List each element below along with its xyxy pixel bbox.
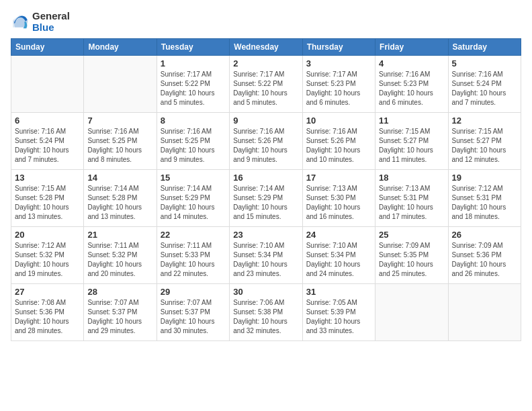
day-info: Sunrise: 7:06 AMSunset: 5:38 PMDaylight:… bbox=[233, 298, 298, 336]
calendar-cell bbox=[448, 284, 521, 341]
day-info: Sunrise: 7:07 AMSunset: 5:37 PMDaylight:… bbox=[161, 298, 226, 336]
logo-blue: Blue bbox=[32, 22, 70, 34]
day-number: 14 bbox=[87, 173, 152, 183]
day-number: 7 bbox=[87, 116, 152, 126]
calendar-cell: 16Sunrise: 7:14 AMSunset: 5:29 PMDayligh… bbox=[230, 170, 302, 227]
day-number: 18 bbox=[379, 173, 444, 183]
calendar-cell: 7Sunrise: 7:16 AMSunset: 5:25 PMDaylight… bbox=[84, 113, 157, 170]
day-info: Sunrise: 7:14 AMSunset: 5:29 PMDaylight:… bbox=[233, 184, 298, 222]
calendar-cell: 29Sunrise: 7:07 AMSunset: 5:37 PMDayligh… bbox=[157, 284, 229, 341]
calendar-cell: 3Sunrise: 7:17 AMSunset: 5:23 PMDaylight… bbox=[302, 56, 375, 113]
day-info: Sunrise: 7:16 AMSunset: 5:26 PMDaylight:… bbox=[306, 127, 371, 165]
day-info: Sunrise: 7:16 AMSunset: 5:23 PMDaylight:… bbox=[379, 70, 444, 107]
day-number: 24 bbox=[306, 230, 371, 240]
day-number: 29 bbox=[161, 287, 226, 297]
day-info: Sunrise: 7:15 AMSunset: 5:27 PMDaylight:… bbox=[379, 127, 444, 165]
day-number: 17 bbox=[306, 173, 371, 183]
calendar-cell: 15Sunrise: 7:14 AMSunset: 5:29 PMDayligh… bbox=[157, 170, 229, 227]
week-row-1: 1Sunrise: 7:17 AMSunset: 5:22 PMDaylight… bbox=[11, 56, 521, 113]
weekday-header-monday: Monday bbox=[84, 39, 157, 56]
day-number: 16 bbox=[233, 173, 298, 183]
day-number: 13 bbox=[15, 173, 80, 183]
day-info: Sunrise: 7:08 AMSunset: 5:36 PMDaylight:… bbox=[15, 298, 80, 336]
calendar-cell: 28Sunrise: 7:07 AMSunset: 5:37 PMDayligh… bbox=[84, 284, 157, 341]
week-row-2: 6Sunrise: 7:16 AMSunset: 5:24 PMDaylight… bbox=[11, 113, 521, 170]
day-info: Sunrise: 7:16 AMSunset: 5:26 PMDaylight:… bbox=[233, 127, 298, 165]
day-info: Sunrise: 7:10 AMSunset: 5:34 PMDaylight:… bbox=[306, 241, 371, 279]
calendar-cell: 4Sunrise: 7:16 AMSunset: 5:23 PMDaylight… bbox=[375, 56, 448, 113]
day-info: Sunrise: 7:05 AMSunset: 5:39 PMDaylight:… bbox=[306, 298, 371, 336]
day-number: 23 bbox=[233, 230, 298, 240]
weekday-header-row: SundayMondayTuesdayWednesdayThursdayFrid… bbox=[11, 39, 521, 56]
day-info: Sunrise: 7:11 AMSunset: 5:33 PMDaylight:… bbox=[161, 241, 226, 279]
day-number: 19 bbox=[452, 173, 517, 183]
calendar-cell: 10Sunrise: 7:16 AMSunset: 5:26 PMDayligh… bbox=[302, 113, 375, 170]
weekday-header-wednesday: Wednesday bbox=[230, 39, 302, 56]
day-info: Sunrise: 7:13 AMSunset: 5:30 PMDaylight:… bbox=[306, 184, 371, 222]
day-info: Sunrise: 7:17 AMSunset: 5:22 PMDaylight:… bbox=[161, 70, 226, 107]
logo-general: General bbox=[32, 11, 70, 22]
day-info: Sunrise: 7:17 AMSunset: 5:22 PMDaylight:… bbox=[233, 70, 298, 107]
calendar-cell: 18Sunrise: 7:13 AMSunset: 5:31 PMDayligh… bbox=[375, 170, 448, 227]
calendar-cell: 8Sunrise: 7:16 AMSunset: 5:25 PMDaylight… bbox=[157, 113, 229, 170]
day-number: 25 bbox=[379, 230, 444, 240]
calendar-cell: 17Sunrise: 7:13 AMSunset: 5:30 PMDayligh… bbox=[302, 170, 375, 227]
day-number: 2 bbox=[233, 58, 298, 68]
calendar-cell: 11Sunrise: 7:15 AMSunset: 5:27 PMDayligh… bbox=[375, 113, 448, 170]
logo-text: General Blue bbox=[32, 11, 70, 33]
logo-icon bbox=[11, 13, 30, 32]
day-info: Sunrise: 7:16 AMSunset: 5:25 PMDaylight:… bbox=[161, 127, 226, 165]
day-info: Sunrise: 7:14 AMSunset: 5:28 PMDaylight:… bbox=[87, 184, 152, 222]
week-row-3: 13Sunrise: 7:15 AMSunset: 5:28 PMDayligh… bbox=[11, 170, 521, 227]
calendar-cell: 14Sunrise: 7:14 AMSunset: 5:28 PMDayligh… bbox=[84, 170, 157, 227]
day-info: Sunrise: 7:12 AMSunset: 5:32 PMDaylight:… bbox=[15, 241, 80, 279]
calendar-cell bbox=[84, 56, 157, 113]
logo: General Blue bbox=[11, 11, 70, 33]
calendar-cell: 13Sunrise: 7:15 AMSunset: 5:28 PMDayligh… bbox=[11, 170, 84, 227]
day-number: 8 bbox=[161, 116, 226, 126]
day-info: Sunrise: 7:16 AMSunset: 5:25 PMDaylight:… bbox=[87, 127, 152, 165]
day-number: 6 bbox=[15, 116, 80, 126]
day-info: Sunrise: 7:07 AMSunset: 5:37 PMDaylight:… bbox=[87, 298, 152, 336]
day-number: 21 bbox=[87, 230, 152, 240]
calendar-cell: 27Sunrise: 7:08 AMSunset: 5:36 PMDayligh… bbox=[11, 284, 84, 341]
calendar-cell: 6Sunrise: 7:16 AMSunset: 5:24 PMDaylight… bbox=[11, 113, 84, 170]
weekday-header-friday: Friday bbox=[375, 39, 448, 56]
calendar-cell: 9Sunrise: 7:16 AMSunset: 5:26 PMDaylight… bbox=[230, 113, 302, 170]
day-number: 20 bbox=[15, 230, 80, 240]
day-number: 10 bbox=[306, 116, 371, 126]
calendar-cell bbox=[375, 284, 448, 341]
day-number: 28 bbox=[87, 287, 152, 297]
day-number: 1 bbox=[161, 58, 226, 68]
day-info: Sunrise: 7:11 AMSunset: 5:32 PMDaylight:… bbox=[87, 241, 152, 279]
calendar-cell: 30Sunrise: 7:06 AMSunset: 5:38 PMDayligh… bbox=[230, 284, 302, 341]
day-number: 30 bbox=[233, 287, 298, 297]
day-info: Sunrise: 7:10 AMSunset: 5:34 PMDaylight:… bbox=[233, 241, 298, 279]
day-number: 31 bbox=[306, 287, 371, 297]
day-number: 15 bbox=[161, 173, 226, 183]
day-info: Sunrise: 7:09 AMSunset: 5:36 PMDaylight:… bbox=[452, 241, 517, 279]
day-info: Sunrise: 7:14 AMSunset: 5:29 PMDaylight:… bbox=[161, 184, 226, 222]
weekday-header-thursday: Thursday bbox=[302, 39, 375, 56]
calendar-cell: 12Sunrise: 7:15 AMSunset: 5:27 PMDayligh… bbox=[448, 113, 521, 170]
calendar-cell: 19Sunrise: 7:12 AMSunset: 5:31 PMDayligh… bbox=[448, 170, 521, 227]
day-info: Sunrise: 7:16 AMSunset: 5:24 PMDaylight:… bbox=[15, 127, 80, 165]
calendar-table: SundayMondayTuesdayWednesdayThursdayFrid… bbox=[11, 38, 521, 341]
day-number: 4 bbox=[379, 58, 444, 68]
calendar-cell: 21Sunrise: 7:11 AMSunset: 5:32 PMDayligh… bbox=[84, 227, 157, 284]
day-info: Sunrise: 7:13 AMSunset: 5:31 PMDaylight:… bbox=[379, 184, 444, 222]
calendar-cell: 22Sunrise: 7:11 AMSunset: 5:33 PMDayligh… bbox=[157, 227, 229, 284]
day-info: Sunrise: 7:09 AMSunset: 5:35 PMDaylight:… bbox=[379, 241, 444, 279]
day-number: 22 bbox=[161, 230, 226, 240]
day-number: 5 bbox=[452, 58, 517, 68]
weekday-header-tuesday: Tuesday bbox=[157, 39, 229, 56]
weekday-header-saturday: Saturday bbox=[448, 39, 521, 56]
calendar-cell: 20Sunrise: 7:12 AMSunset: 5:32 PMDayligh… bbox=[11, 227, 84, 284]
calendar-cell: 2Sunrise: 7:17 AMSunset: 5:22 PMDaylight… bbox=[230, 56, 302, 113]
calendar-cell: 5Sunrise: 7:16 AMSunset: 5:24 PMDaylight… bbox=[448, 56, 521, 113]
day-info: Sunrise: 7:15 AMSunset: 5:28 PMDaylight:… bbox=[15, 184, 80, 222]
week-row-5: 27Sunrise: 7:08 AMSunset: 5:36 PMDayligh… bbox=[11, 284, 521, 341]
calendar-cell: 1Sunrise: 7:17 AMSunset: 5:22 PMDaylight… bbox=[157, 56, 229, 113]
page-header: General Blue bbox=[11, 11, 521, 33]
calendar-cell: 25Sunrise: 7:09 AMSunset: 5:35 PMDayligh… bbox=[375, 227, 448, 284]
